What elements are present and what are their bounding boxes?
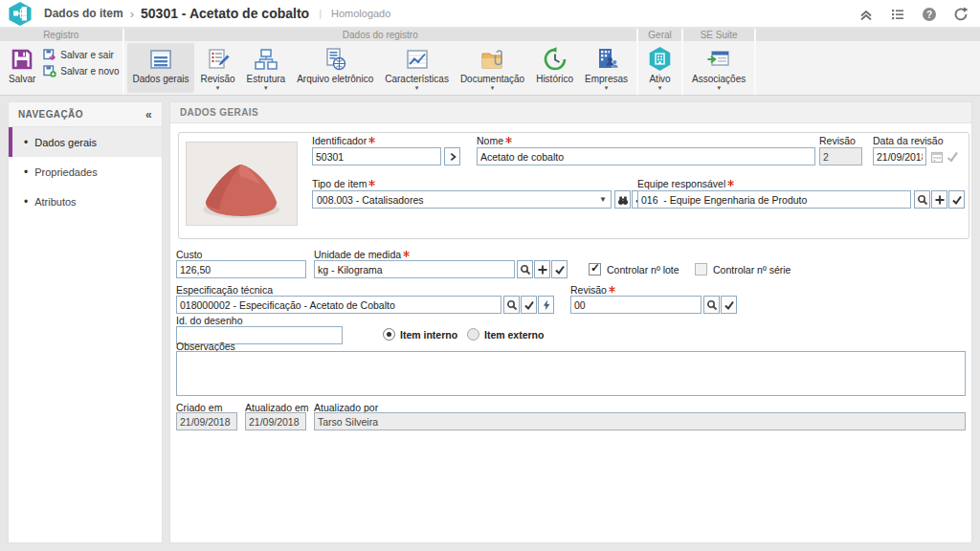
sidebar-header: NAVEGAÇÃO « [9,102,162,127]
data-revisao-input[interactable] [873,147,926,165]
associations-icon [706,46,731,72]
toolbar-button-dados-gerais[interactable]: Dados gerais [127,43,195,93]
toolbar-button-arquivo-eletronico[interactable]: Arquivo eletrônico [291,43,379,93]
navigation-sidebar: NAVEGAÇÃO « • Dados gerais • Propriedade… [8,101,163,543]
custo-label: Custo [176,249,202,260]
identificador-goto-button[interactable] [444,147,460,165]
title-divider: | [319,8,322,19]
item-interno-radio[interactable] [383,328,395,341]
sidebar-item-propriedades[interactable]: • Propriedades [9,157,162,187]
item-externo-radio[interactable] [467,328,479,341]
panel-title: DADOS GERAIS [170,102,971,123]
binoculars-icon [617,194,629,206]
especificacao-search-button[interactable] [503,296,520,314]
nome-input[interactable] [477,147,815,165]
save-label: Salvar [9,74,35,84]
dropdown-arrow-icon: ▾ [491,84,495,92]
magnifier-icon [506,299,518,311]
toolbar-button-associacoes[interactable]: Associações ▾ [686,43,751,93]
structure-icon [254,46,278,72]
item-externo-label: Item externo [484,329,544,341]
dropdown-arrow-icon: ▾ [216,84,220,92]
bullet-icon: • [24,165,28,179]
top-bar: Dados do item › 50301 - Acetato de cobal… [0,0,980,28]
toolbar-button-historico[interactable]: Histórico [530,43,579,93]
svg-text:?: ? [926,9,932,19]
required-icon [403,251,410,257]
observacoes-textarea[interactable] [176,351,966,396]
sidebar-collapse-icon[interactable]: « [145,108,152,121]
general-data-icon [148,46,173,72]
dropdown-arrow-icon: ▾ [605,84,609,92]
controlar-lote-checkbox[interactable] [589,263,601,276]
save-new-button[interactable]: Salvar e novo [43,63,119,79]
atualizado-em-input [245,412,306,430]
index-list-icon[interactable] [890,7,905,22]
equipe-apply-button[interactable] [948,190,965,209]
equipe-add-button[interactable] [931,190,947,209]
collapse-ribbon-icon[interactable] [858,7,874,22]
magnifier-icon [917,194,928,206]
electronic-file-icon [323,46,347,72]
unidade-apply-button[interactable] [551,260,568,278]
toolbar-button-label: Dados gerais [133,74,189,84]
arrow-right-icon [448,152,457,162]
magnifier-icon [520,264,531,276]
revisao-espec-apply-button[interactable] [721,296,737,314]
unidade-search-button[interactable] [517,260,533,278]
revision-icon [206,46,231,72]
lightning-icon [541,299,552,311]
help-icon[interactable]: ? [922,7,937,22]
dropdown-arrow-icon: ▾ [264,84,268,92]
unidade-input[interactable] [314,260,515,278]
revisao-espec-input[interactable] [570,296,702,314]
required-icon [727,180,734,187]
toolbar-button-label: Documentação [460,74,524,84]
sidebar-item-dados-gerais[interactable]: • Dados gerais [9,127,162,157]
equipe-search-button[interactable] [914,190,930,209]
toolbar-button-estrutura[interactable]: Estrutura ▾ [241,43,292,93]
ribbon-section-geral: Geral Ativo ▾ [638,29,683,95]
especificacao-view-button[interactable] [538,296,554,314]
revisao-espec-search-button[interactable] [703,296,720,314]
especificacao-apply-button[interactable] [521,296,537,314]
required-icon [505,137,512,143]
toolbar-button-empresas[interactable]: Empresas ▾ [579,43,634,93]
calendar-icon [930,150,944,164]
dropdown-arrow-icon: ▾ [717,84,721,92]
refresh-icon[interactable] [953,7,969,22]
section-header: Registro [0,29,122,41]
equipe-label: Equipe responsável [637,178,734,189]
atualizado-por-input [314,412,966,430]
custo-input[interactable] [176,260,306,278]
item-interno-label: Item interno [400,329,457,341]
save-button[interactable]: Salvar [3,43,41,85]
tipo-item-value: 008.003 - Catalisadores [317,194,424,206]
equipe-input[interactable] [637,190,911,209]
toolbar-button-caracteristicas[interactable]: Características ▾ [379,43,455,93]
tipo-item-select[interactable]: 008.003 - Catalisadores ▼ [312,190,612,209]
toolbar-button-label: Associações [692,74,746,84]
especificacao-input[interactable] [176,296,501,314]
check-icon [523,299,535,311]
sidebar-item-label: Propriedades [34,166,97,178]
check-icon [554,264,566,276]
save-icon [11,46,33,72]
sidebar-item-atributos[interactable]: • Atributos [9,187,162,216]
toolbar-button-revisao[interactable]: Revisão ▾ [194,43,240,93]
toolbar-button-label: Estrutura [247,74,286,84]
tipo-item-search-button[interactable] [614,190,631,209]
item-photo[interactable] [186,142,298,226]
identificador-input[interactable] [312,147,441,165]
toolbar-button-documentacao[interactable]: Documentação ▾ [455,43,530,93]
toolbar-button-label: Empresas [585,74,628,84]
unidade-add-button[interactable] [534,260,550,278]
toolbar-button-label: Arquivo eletrônico [297,74,373,84]
toolbar-button-ativo[interactable]: Ativo ▾ [641,43,679,93]
required-icon [609,286,615,293]
check-icon [951,194,963,206]
check-icon-disabled [946,150,959,164]
save-exit-button[interactable]: Salvar e sair [43,47,119,63]
sidebar-item-label: Dados gerais [34,137,97,148]
breadcrumb-root[interactable]: Dados do item [44,7,123,20]
